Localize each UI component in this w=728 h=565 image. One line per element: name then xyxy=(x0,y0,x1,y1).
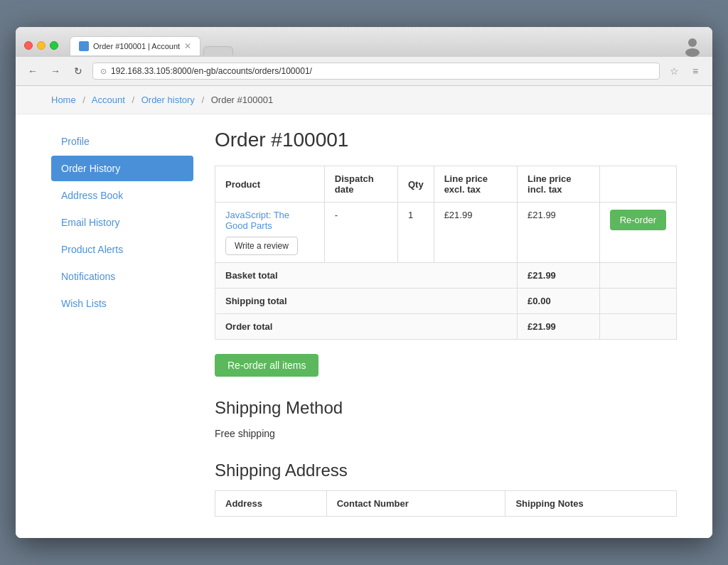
breadcrumb-order-history[interactable]: Order history xyxy=(141,95,195,105)
order-table: Product Dispatch date Qty Line price exc… xyxy=(215,166,677,340)
browser-toolbar: ← → ↻ ⊙ 192.168.33.105:8000/en-gb/accoun… xyxy=(16,57,712,86)
active-browser-tab[interactable]: Order #100001 | Account ✕ xyxy=(70,36,200,55)
col-header-price-excl: Line price excl. tax xyxy=(434,166,517,203)
breadcrumb: Home / Account / Order history / Order #… xyxy=(16,86,712,114)
sidebar-item-notifications[interactable]: Notifications xyxy=(51,264,193,289)
tab-favicon-icon xyxy=(79,41,89,51)
col-header-product: Product xyxy=(215,166,325,203)
address-bar[interactable]: ⊙ 192.168.33.105:8000/en-gb/accounts/ord… xyxy=(92,63,660,80)
col-header-actions xyxy=(599,166,676,203)
address-bar-icon: ⊙ xyxy=(100,67,107,76)
order-line-price-excl: £21.99 xyxy=(434,203,517,263)
basket-total-empty xyxy=(599,263,676,289)
maximize-window-button[interactable] xyxy=(50,41,58,50)
col-header-qty: Qty xyxy=(397,166,434,203)
traffic-lights xyxy=(24,41,58,50)
page-content: Home / Account / Order history / Order #… xyxy=(16,86,712,538)
browser-titlebar: Order #100001 | Account ✕ xyxy=(16,27,712,57)
sidebar-item-email-history[interactable]: Email History xyxy=(51,210,193,235)
breadcrumb-current: Order #100001 xyxy=(211,95,273,105)
minimize-window-button[interactable] xyxy=(37,41,46,50)
order-total-label: Order total xyxy=(215,314,518,340)
sidebar-item-address-book[interactable]: Address Book xyxy=(51,183,193,208)
product-name-link[interactable]: JavaScript: The Good Parts xyxy=(225,210,289,231)
sidebar-item-wish-lists[interactable]: Wish Lists xyxy=(51,291,193,316)
address-bar-url: 192.168.33.105:8000/en-gb/accounts/order… xyxy=(111,66,312,76)
sidebar-item-product-alerts[interactable]: Product Alerts xyxy=(51,237,193,262)
order-line-price-incl: £21.99 xyxy=(518,203,600,263)
shipping-address-table: Address Contact Number Shipping Notes xyxy=(215,490,677,517)
tab-title: Order #100001 | Account xyxy=(93,42,180,50)
sidebar: Profile Order History Address Book Email… xyxy=(51,129,193,517)
sidebar-item-order-history[interactable]: Order History xyxy=(51,156,193,181)
back-button[interactable]: ← xyxy=(24,63,41,80)
order-line-product-cell: JavaScript: The Good Parts Write a revie… xyxy=(215,203,325,263)
tab-bar: Order #100001 | Account ✕ xyxy=(70,36,673,55)
order-title: Order #100001 xyxy=(215,129,677,151)
breadcrumb-sep-3: / xyxy=(201,95,204,105)
menu-icon[interactable]: ≡ xyxy=(687,63,704,80)
shipping-total-row: Shipping total £0.00 xyxy=(215,289,677,314)
main-layout: Profile Order History Address Book Email… xyxy=(16,114,712,538)
forward-button[interactable]: → xyxy=(47,63,64,80)
basket-total-row: Basket total £21.99 xyxy=(215,263,677,289)
shipping-col-notes: Shipping Notes xyxy=(505,491,677,517)
shipping-address-title: Shipping Address xyxy=(215,461,677,480)
order-line-dispatch-date: - xyxy=(324,203,397,263)
order-line-row: JavaScript: The Good Parts Write a revie… xyxy=(215,203,677,263)
svg-point-1 xyxy=(685,48,700,57)
svg-point-0 xyxy=(688,38,697,47)
shipping-col-contact: Contact Number xyxy=(326,491,505,517)
shipping-col-address: Address xyxy=(215,491,327,517)
shipping-total-empty xyxy=(599,289,676,314)
tab-close-icon[interactable]: ✕ xyxy=(184,41,191,51)
write-review-button[interactable]: Write a review xyxy=(225,237,298,255)
basket-total-value: £21.99 xyxy=(518,263,600,289)
order-total-value: £21.99 xyxy=(518,314,600,340)
breadcrumb-account[interactable]: Account xyxy=(92,95,125,105)
breadcrumb-sep-1: / xyxy=(82,95,85,105)
reorder-all-button[interactable]: Re-order all items xyxy=(215,354,318,377)
browser-profile-icon xyxy=(681,34,704,57)
toolbar-right: ☆ ≡ xyxy=(665,63,704,80)
sidebar-item-profile[interactable]: Profile xyxy=(51,129,193,154)
reorder-item-button[interactable]: Re-order xyxy=(610,210,666,230)
col-header-price-incl: Line price incl. tax xyxy=(518,166,600,203)
order-line-reorder-cell: Re-order xyxy=(599,203,676,263)
shipping-total-value: £0.00 xyxy=(518,289,600,314)
col-header-dispatch-date: Dispatch date xyxy=(324,166,397,203)
order-line-qty: 1 xyxy=(397,203,434,263)
bookmark-icon[interactable]: ☆ xyxy=(665,63,682,80)
main-content-area: Order #100001 Product Dispatch date Qty … xyxy=(215,129,677,517)
breadcrumb-home[interactable]: Home xyxy=(51,95,76,105)
basket-total-label: Basket total xyxy=(215,263,518,289)
close-window-button[interactable] xyxy=(24,41,33,50)
new-tab-button[interactable] xyxy=(203,46,233,55)
order-total-row: Order total £21.99 xyxy=(215,314,677,340)
order-total-empty xyxy=(599,314,676,340)
shipping-total-label: Shipping total xyxy=(215,289,518,314)
refresh-button[interactable]: ↻ xyxy=(70,63,87,80)
shipping-method-value: Free shipping xyxy=(215,428,677,439)
browser-window: Order #100001 | Account ✕ ← → ↻ ⊙ 192.16… xyxy=(16,27,712,538)
breadcrumb-sep-2: / xyxy=(132,95,134,105)
shipping-method-title: Shipping Method xyxy=(215,398,677,418)
